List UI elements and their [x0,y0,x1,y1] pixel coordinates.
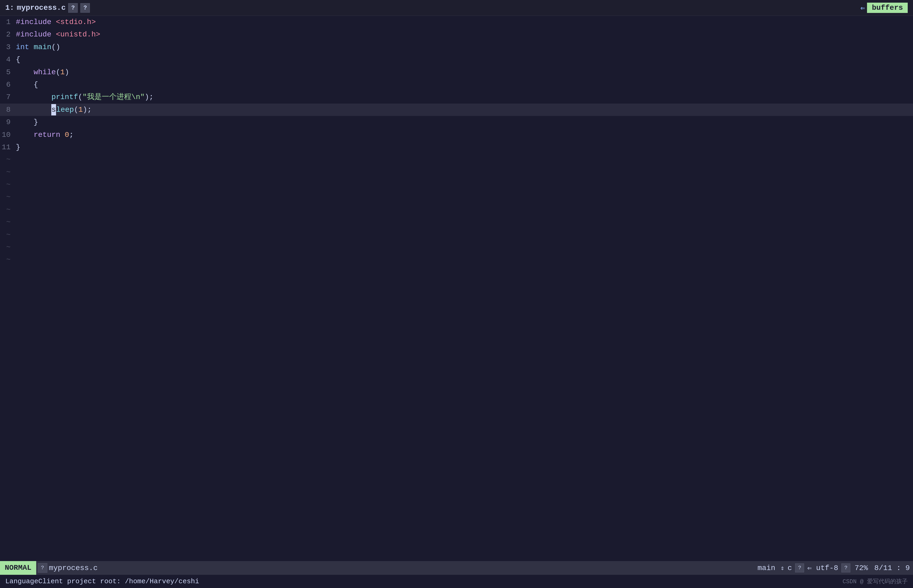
tilde-line-3: ~ [0,179,913,191]
line-content-7: printf("我是一个进程\n"); [16,91,913,103]
tilde-line-1: ~ [0,153,913,166]
status-arrows: ⇕ [780,564,785,572]
line-num-3: 3 [0,42,16,53]
line-content-4: { [16,54,913,65]
line-num-2: 2 [0,29,16,40]
title-bar: 1: myprocess.c ? ? ⇐ buffers [0,0,913,16]
status-filename: myprocess.c [49,564,98,572]
title-number: 1: [5,4,14,12]
line-content-5: while(1) [16,66,913,78]
tilde-line-9: ~ [0,254,913,266]
status-encoding-icon-q: ? [841,564,850,572]
tilde-line-8: ~ [0,241,913,254]
arrow-icon: ⇐ [861,3,865,13]
line-num-4: 4 [0,54,16,65]
code-line-9: 9 } [0,116,913,128]
line-num-8: 8 [0,104,16,115]
code-line-5: 5 while(1) [0,66,913,78]
line-num-9: 9 [0,116,16,128]
status-percent: 72% [851,564,871,572]
tilde-line-6: ~ [0,216,913,228]
bottom-bar: LanguageClient project root: /home/Harve… [0,575,913,588]
status-lang-icon-q: ? [795,564,804,572]
tilde-line-2: ~ [0,166,913,179]
line-num-6: 6 [0,79,16,90]
code-line-7: 7 printf("我是一个进程\n"); [0,91,913,103]
code-line-10: 10 return 0; [0,129,913,141]
bottom-text: LanguageClient project root: /home/Harve… [5,577,199,585]
title-icon-1: ? [68,3,78,13]
line-content-8: sleep(1); [16,104,913,115]
line-content-6: { [16,79,913,90]
title-right: ⇐ buffers [861,3,908,13]
status-info: main ⇕ c ? ⇐ utf-8 ? 72% 8/11 : 9 [753,564,913,572]
status-arrow-left: ⇐ [805,564,814,572]
code-container: 1 #include <stdio.h> 2 #include <unistd.… [0,16,913,266]
title-left: 1: myprocess.c ? ? [5,3,90,13]
tilde-line-7: ~ [0,229,913,241]
title-filename: myprocess.c [17,4,66,12]
tilde-line-5: ~ [0,204,913,216]
line-content-3: int main() [16,42,913,53]
line-num-5: 5 [0,66,16,78]
buffers-badge: buffers [867,3,908,13]
status-lang: c [785,564,794,572]
code-line-6: 6 { [0,78,913,91]
code-line-4: 4 { [0,53,913,66]
title-icon-2: ? [80,3,90,13]
tilde-line-4: ~ [0,191,913,204]
bottom-credit: CSDN @ 爱写代码的孩子 [843,577,908,585]
code-line-2: 2 #include <unistd.h> [0,28,913,41]
status-mode: NORMAL [0,561,36,575]
code-line-1: 1 #include <stdio.h> [0,16,913,28]
status-function: main [753,564,780,572]
code-line-8: 8 sleep(1); [0,103,913,116]
line-num-1: 1 [0,16,16,28]
code-line-3: 3 int main() [0,41,913,53]
status-position: 8/11 : 9 [871,564,913,572]
editor-area[interactable]: 1 #include <stdio.h> 2 #include <unistd.… [0,16,913,561]
line-num-10: 10 [0,129,16,141]
line-content-2: #include <unistd.h> [16,29,913,40]
line-content-10: return 0; [16,129,913,141]
line-content-11: } [16,142,913,153]
status-icon-q: ? [38,563,47,573]
line-content-9: } [16,116,913,128]
line-num-7: 7 [0,91,16,103]
line-num-11: 11 [0,142,16,153]
status-bar: NORMAL ? myprocess.c main ⇕ c ? ⇐ utf-8 … [0,561,913,575]
line-content-1: #include <stdio.h> [16,16,913,28]
code-line-11: 11 } [0,141,913,153]
status-encoding: utf-8 [814,564,840,572]
